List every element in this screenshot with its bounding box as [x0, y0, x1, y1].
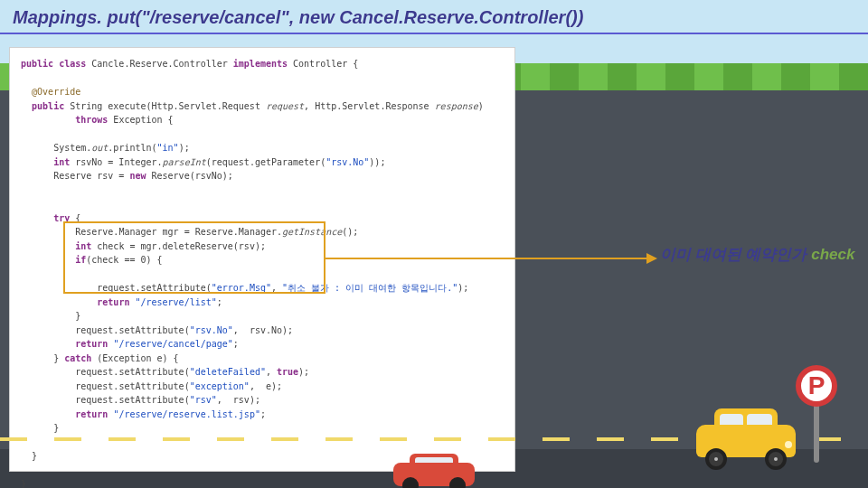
parking-sign-icon: P: [796, 365, 837, 407]
annotation-arrow: [326, 258, 656, 259]
red-car-icon: [393, 450, 475, 488]
annotation-korean: 이미 대여된 예약인가: [660, 246, 811, 263]
parking-sign-pole: [814, 399, 819, 463]
yellow-car-icon: [696, 407, 796, 470]
code-highlight-box: [63, 221, 326, 294]
parking-letter: P: [808, 371, 826, 400]
annotation-check-word: check: [811, 246, 854, 263]
annotation-text: 이미 대여된 예약인가 check: [660, 244, 854, 265]
title-underline: [0, 33, 868, 34]
slide-title: Mappings. put("/reserve/cancel", new Can…: [13, 7, 583, 28]
